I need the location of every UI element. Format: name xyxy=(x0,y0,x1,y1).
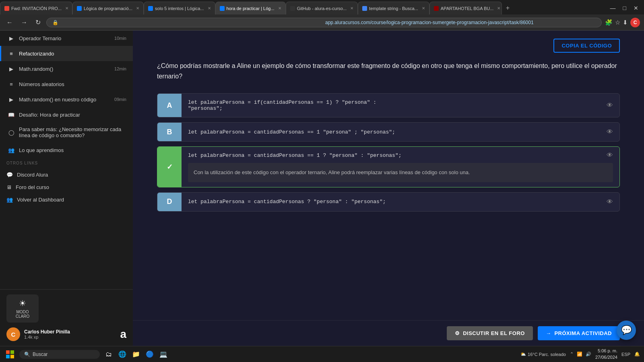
chat-bubble-button[interactable]: 💬 xyxy=(617,321,636,340)
maximize-button[interactable]: □ xyxy=(621,5,629,11)
taskbar-files[interactable]: 📁 xyxy=(130,349,142,360)
taskbar-edge[interactable]: 🌐 xyxy=(117,349,128,360)
tab-bar: Fwd: INVITACIÓN PRO... ✕ Lógica de progr… xyxy=(0,0,644,14)
volume-icon[interactable]: 🔊 xyxy=(586,352,591,357)
tab-github-label: GitHub - alura-es-curso... xyxy=(297,6,347,11)
windows-icon xyxy=(6,350,14,358)
profile-button[interactable]: C xyxy=(630,18,640,27)
address-bar[interactable]: 🔒 app.aluracursos.com/course/logica-prog… xyxy=(46,18,602,27)
taskbar-explorer[interactable]: 🗂 xyxy=(103,349,114,360)
tab-google-close[interactable]: ✕ xyxy=(422,6,425,10)
option-b-row: B let palabraPersona = cantidadPersonas … xyxy=(157,122,620,142)
tab-google[interactable]: template string - Busca... ✕ xyxy=(358,2,429,14)
tab-hotel-close[interactable]: ✕ xyxy=(497,6,500,10)
close-button[interactable]: ✕ xyxy=(631,5,641,11)
option-d-label[interactable]: D xyxy=(157,193,182,211)
taskbar-sys-icons: ⌃ 📶 🔊 xyxy=(570,352,591,357)
option-b-label[interactable]: B xyxy=(157,123,182,141)
sidebar-item-desafio[interactable]: 📖 Desafío: Hora de practicar xyxy=(0,107,133,122)
option-a-label[interactable]: A xyxy=(157,94,182,117)
option-b-eye-icon[interactable]: 👁 xyxy=(607,128,613,136)
sidebar-item-lo-que-aprendimos[interactable]: 👥 Lo que aprendimos xyxy=(0,142,133,158)
option-b-content: let palabraPersona = cantidadPersonas ==… xyxy=(182,123,619,141)
taskbar-chrome[interactable]: 🔵 xyxy=(144,349,155,360)
modo-claro-label: MODO CLARO xyxy=(10,310,35,319)
option-a-content: let palabraPersona = if(cantidadPersonas… xyxy=(182,94,619,117)
user-xp: 1.4k xp xyxy=(24,335,70,339)
minimize-button[interactable]: — xyxy=(608,5,618,11)
math-random-label: Math.random() xyxy=(19,66,110,72)
modo-claro-button[interactable]: ☀ MODO CLARO xyxy=(6,294,39,323)
sidebar: ▶ Operador Ternario 10min ≡ Refactorizan… xyxy=(0,31,133,346)
tab-hotel[interactable]: APARTAHOTEL BGA BU... ✕ xyxy=(429,2,502,14)
sidebar-discord[interactable]: 💬 Discord Alura xyxy=(0,169,133,181)
sidebar-foro[interactable]: 🖥 Foro del curso xyxy=(0,181,133,193)
sidebar-item-refactorizando[interactable]: ≡ Refactorizando xyxy=(0,46,133,61)
tab-alura3[interactable]: hora de practicar | Lóg... ✕ xyxy=(215,2,286,14)
back-button[interactable]: ← xyxy=(4,17,15,28)
main-layout: ▶ Operador Ternario 10min ≡ Refactorizan… xyxy=(0,31,644,346)
reload-button[interactable]: ↻ xyxy=(33,17,43,28)
nav-icons: 🧩 ☆ ⬇ C xyxy=(605,18,640,27)
next-button-label: PRÓXIMA ACTIVIDAD xyxy=(554,330,612,336)
tab-alura3-close[interactable]: ✕ xyxy=(278,6,281,10)
user-row: C Carlos Huber Pinilla 1.4k xp a xyxy=(6,327,126,341)
address-text: app.aluracursos.com/course/logica-progra… xyxy=(325,20,596,25)
tab-github[interactable]: GitHub - alura-es-curso... ✕ xyxy=(286,2,358,14)
new-tab-button[interactable]: + xyxy=(502,2,514,14)
para-saber-mas-label: Para saber más: ¿Necesito memorizar cada… xyxy=(19,126,126,138)
sidebar-item-math-random-codigo[interactable]: ▶ Math.random() en nuestro código 09min xyxy=(0,92,133,107)
option-c-content: let palabraPersona = cantidadPersonas ==… xyxy=(182,147,619,187)
tab-alura2-close[interactable]: ✕ xyxy=(208,6,211,10)
tab-alura3-label: hora de practicar | Lóg... xyxy=(227,6,275,11)
alura1-favicon xyxy=(77,6,82,11)
dashboard-label: Volver al Dashboard xyxy=(17,197,64,203)
extensions-icon[interactable]: 🧩 xyxy=(605,19,613,26)
next-icon: → xyxy=(546,330,551,336)
sidebar-item-operador-ternario[interactable]: ▶ Operador Ternario 10min xyxy=(0,31,133,46)
tab-alura1-close[interactable]: ✕ xyxy=(136,6,139,10)
download-icon[interactable]: ⬇ xyxy=(623,19,628,26)
sidebar-item-numeros-aleatorios[interactable]: ≡ Números aleatorios xyxy=(0,76,133,92)
discord-icon: 💬 xyxy=(6,172,13,178)
taskbar-vscode[interactable]: 💻 xyxy=(158,349,169,360)
option-a-row: A let palabraPersona = if(cantidadPerson… xyxy=(157,93,620,117)
notification-icon[interactable]: 🔔 xyxy=(634,352,640,357)
operador-ternario-label: Operador Ternario xyxy=(19,35,110,41)
lock-icon: 🔒 xyxy=(52,20,323,25)
operador-ternario-icon: ▶ xyxy=(8,35,15,42)
sidebar-item-para-saber-mas[interactable]: ◯ Para saber más: ¿Necesito memorizar ca… xyxy=(0,122,133,142)
foro-icon: 🖥 xyxy=(6,184,12,190)
start-button[interactable] xyxy=(4,348,16,360)
discord-label: Discord Alura xyxy=(17,172,48,178)
language-indicator: ESP xyxy=(621,352,630,357)
bookmark-icon[interactable]: ☆ xyxy=(615,19,620,26)
option-c-label[interactable]: ✓ xyxy=(157,147,182,187)
sidebar-dashboard[interactable]: 👥 Volver al Dashboard xyxy=(0,193,133,206)
option-a-eye-icon[interactable]: 👁 xyxy=(607,102,613,109)
tab-alura1[interactable]: Lógica de programació... ✕ xyxy=(72,2,144,14)
tab-github-close[interactable]: ✕ xyxy=(350,6,353,10)
user-avatar: C xyxy=(6,327,20,341)
tab-gmail-close[interactable]: ✕ xyxy=(65,6,68,10)
taskbar-search[interactable]: 🔍 Buscar xyxy=(19,350,100,359)
option-d-content: let palabraPersona = cantidadPersonas ? … xyxy=(182,193,619,211)
time-text: 5:06 p. m. xyxy=(595,348,617,354)
tab-gmail[interactable]: Fwd: INVITACIÓN PRO... ✕ xyxy=(0,2,72,14)
option-c-eye-icon[interactable]: 👁 xyxy=(607,152,613,159)
network-icon[interactable]: 📶 xyxy=(577,352,582,357)
forward-button[interactable]: → xyxy=(19,17,30,28)
copy-code-button[interactable]: COPIA EL CÓDIGO xyxy=(553,39,620,53)
gmail-favicon xyxy=(4,6,9,11)
next-activity-button[interactable]: → PRÓXIMA ACTIVIDAD xyxy=(538,326,620,340)
weather-text: 16°C Parc. soleado xyxy=(528,352,566,357)
user-info: Carlos Huber Pinilla 1.4k xp xyxy=(24,329,70,339)
forum-button[interactable]: ⚙ DISCUTIR EN EL FORO xyxy=(447,326,533,340)
tab-alura2[interactable]: solo 5 intentos | Lógica... ✕ xyxy=(144,2,215,14)
google-favicon xyxy=(362,6,367,11)
chevron-up-icon[interactable]: ⌃ xyxy=(570,352,574,357)
option-d-eye-icon[interactable]: 👁 xyxy=(607,198,613,206)
math-random-codigo-icon: ▶ xyxy=(8,96,15,103)
sidebar-item-math-random[interactable]: ▶ Math.random() 12min xyxy=(0,61,133,76)
tab-gmail-label: Fwd: INVITACIÓN PRO... xyxy=(11,6,62,11)
